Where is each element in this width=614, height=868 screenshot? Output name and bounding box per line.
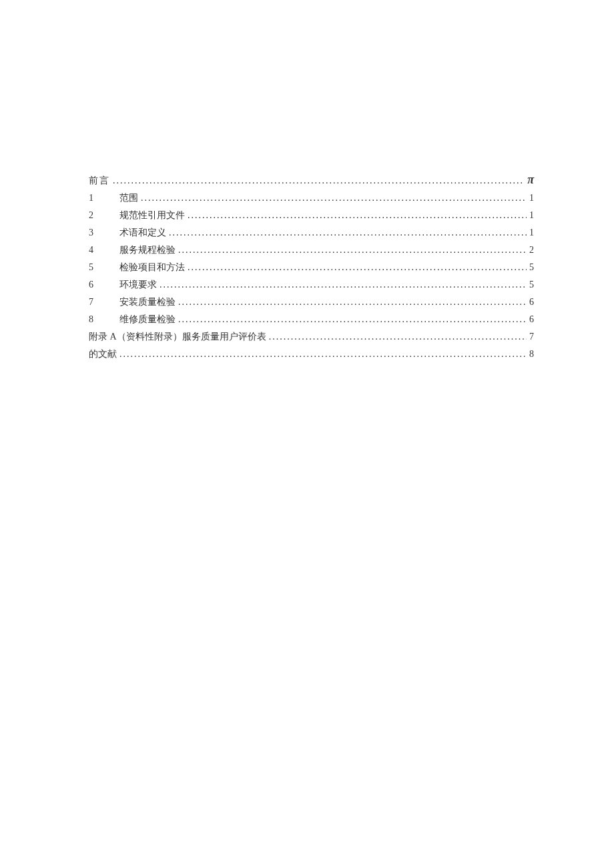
toc-entry-appendix: 附录 A（资料性附录）服务质量用户评价表 7 <box>89 328 534 346</box>
toc-title: 规范性引用文件 <box>119 207 185 224</box>
toc-title: 附录 A（资料性附录）服务质量用户评价表 <box>89 328 266 346</box>
toc-leader <box>176 294 529 311</box>
toc-entry: 6 环境要求 5 <box>89 276 534 294</box>
toc-leader <box>138 189 529 207</box>
toc-page-number: 1 <box>529 189 534 207</box>
toc-page-number: 5 <box>529 259 534 276</box>
toc-title: 安装质量检验 <box>119 294 176 311</box>
toc-number: 3 <box>89 224 119 242</box>
toc-title: 前言 <box>89 172 110 189</box>
toc-number: 5 <box>89 259 119 276</box>
toc-leader <box>117 346 529 363</box>
toc-leader <box>166 224 529 242</box>
toc-number: 6 <box>89 276 119 294</box>
toc-page-number: 1 <box>529 207 534 224</box>
toc-title: 维修质量检验 <box>119 311 176 328</box>
toc-number: 7 <box>89 294 119 311</box>
toc-title: 范围 <box>119 189 138 207</box>
toc-leader <box>176 311 529 328</box>
toc-leader <box>110 172 527 189</box>
toc-page-number: π <box>527 171 534 188</box>
toc-number: 8 <box>89 311 119 328</box>
toc-entry: 2 规范性引用文件 1 <box>89 207 534 224</box>
toc-leader <box>176 242 529 259</box>
toc-title: 服务规程检验 <box>119 242 176 259</box>
toc-leader <box>157 276 529 294</box>
toc-entry: 8 维修质量检验 6 <box>89 311 534 328</box>
toc-page-number: 5 <box>529 276 534 294</box>
toc-title: 的文献 <box>89 346 117 363</box>
toc-entry: 4 服务规程检验 2 <box>89 242 534 259</box>
toc-page-number: 1 <box>529 224 534 242</box>
toc-title: 检验项目和方法 <box>119 259 185 276</box>
toc-entry: 3 术语和定义 1 <box>89 224 534 242</box>
toc-entry-preface: 前言 π <box>89 171 534 189</box>
toc-entry-references: 的文献 8 <box>89 346 534 363</box>
toc-title: 环境要求 <box>119 276 157 294</box>
toc-page-number: 2 <box>529 242 534 259</box>
toc-page-number: 6 <box>529 311 534 328</box>
toc-leader <box>185 207 529 224</box>
toc-entry: 5 检验项目和方法 5 <box>89 259 534 276</box>
toc-number: 4 <box>89 242 119 259</box>
toc-number: 1 <box>89 189 119 207</box>
toc-leader <box>266 328 529 346</box>
toc-leader <box>185 259 529 276</box>
toc-page-number: 7 <box>529 328 534 346</box>
toc-page: 前言 π 1 范围 1 2 规范性引用文件 1 3 术语和定义 1 4 服务规程… <box>0 0 614 868</box>
toc-page-number: 6 <box>529 294 534 311</box>
toc-page-number: 8 <box>529 346 534 363</box>
toc-title: 术语和定义 <box>119 224 166 242</box>
toc-entry: 1 范围 1 <box>89 189 534 207</box>
toc-entry: 7 安装质量检验 6 <box>89 294 534 311</box>
toc-number: 2 <box>89 207 119 224</box>
